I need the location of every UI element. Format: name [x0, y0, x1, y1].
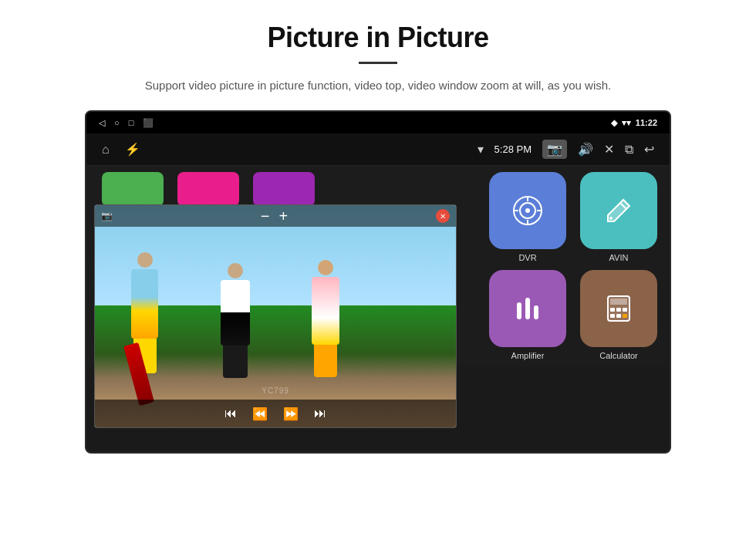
pip-minus-btn[interactable]: −: [261, 207, 270, 225]
watermark: YC799: [262, 386, 289, 395]
svg-point-2: [525, 208, 530, 213]
back-nav-icon[interactable]: ◁: [99, 118, 105, 128]
android-status-bar: ◁ ○ □ ⬛ ◆ ▾▾ 11:22: [86, 112, 670, 133]
right-app-grid: DVR AVIN: [477, 166, 670, 366]
calculator-app[interactable]: Calculator: [577, 270, 660, 360]
usb-icon[interactable]: ⚡: [125, 142, 140, 157]
wifi-nav-icon: ▾: [478, 142, 484, 157]
action-bar: ⌂ ⚡ ▾ 5:28 PM 📷 🔊 ✕ ⧉ ↩: [86, 133, 670, 166]
pip-controls-center: − +: [261, 207, 288, 225]
svg-rect-16: [610, 314, 615, 318]
svg-rect-15: [623, 308, 627, 312]
pip-plus-btn[interactable]: +: [279, 207, 289, 225]
calculator-icon[interactable]: [580, 270, 657, 347]
svg-rect-18: [623, 314, 627, 318]
forward-btn[interactable]: ⏭: [314, 406, 326, 420]
home-icon[interactable]: ⌂: [102, 143, 110, 157]
home-nav-icon[interactable]: ○: [114, 118, 120, 127]
nav-time: 5:28 PM: [494, 143, 532, 155]
rewind-btn[interactable]: ⏮: [224, 406, 237, 420]
next-btn[interactable]: ⏩: [283, 406, 299, 421]
calculator-label: Calculator: [599, 351, 638, 360]
netflix-icon-top[interactable]: [102, 172, 164, 207]
nav-left: ⌂ ⚡: [102, 142, 140, 157]
wheelkey-icon-top[interactable]: [253, 172, 315, 207]
pip-bottom-controls: ⏮ ⏪ ⏩ ⏭: [95, 400, 456, 427]
svg-rect-14: [616, 308, 621, 312]
svg-rect-12: [610, 299, 627, 305]
svg-rect-13: [610, 308, 615, 312]
amplifier-app[interactable]: Amplifier: [486, 270, 569, 360]
svg-rect-17: [616, 314, 621, 318]
dvr-app[interactable]: DVR: [486, 172, 569, 262]
dvr-label: DVR: [518, 253, 536, 262]
pip-camera-icon: 📷: [101, 211, 113, 221]
screenshot-icon[interactable]: ⬛: [143, 118, 154, 128]
content-area: 📷 − + ✕: [86, 166, 670, 366]
title-divider: [359, 62, 397, 64]
recent-nav-icon[interactable]: □: [129, 118, 134, 127]
page-subtitle: Support video picture in picture functio…: [145, 76, 611, 95]
avin-label: AVIN: [609, 253, 629, 262]
avin-icon[interactable]: [580, 172, 657, 249]
pip-top-bar: 📷 − + ✕: [95, 205, 456, 227]
pip-window[interactable]: 📷 − + ✕: [94, 204, 457, 428]
page-title: Picture in Picture: [267, 22, 488, 54]
svg-point-7: [609, 217, 613, 220]
status-bar-right: ◆ ▾▾ 11:22: [611, 118, 657, 128]
pip-icon[interactable]: ⧉: [625, 143, 633, 157]
page-container: Picture in Picture Support video picture…: [0, 0, 756, 533]
nav-right: ▾ 5:28 PM 📷 🔊 ✕ ⧉ ↩: [478, 140, 654, 159]
device-frame: ◁ ○ □ ⬛ ◆ ▾▾ 11:22 ⌂ ⚡ ▾ 5:28 PM 📷 🔊: [85, 110, 671, 454]
location-icon: ◆: [611, 118, 617, 128]
back-icon[interactable]: ↩: [644, 142, 654, 157]
pip-close-btn[interactable]: ✕: [436, 209, 450, 223]
status-bar-left: ◁ ○ □ ⬛: [99, 118, 154, 128]
camera-icon[interactable]: 📷: [542, 140, 567, 159]
dvr-icon[interactable]: [489, 172, 566, 249]
status-time: 11:22: [636, 118, 657, 127]
siriusxm-icon-top[interactable]: [177, 172, 239, 207]
main-content: 📷 − + ✕: [86, 166, 670, 366]
close-icon[interactable]: ✕: [604, 142, 614, 157]
svg-rect-9: [525, 298, 530, 319]
amplifier-icon[interactable]: [489, 270, 566, 347]
svg-rect-10: [534, 305, 538, 319]
left-side: 📷 − + ✕: [86, 166, 477, 366]
svg-rect-8: [517, 302, 521, 319]
wifi-icon: ▾▾: [622, 118, 631, 128]
amplifier-label: Amplifier: [511, 351, 545, 360]
prev-btn[interactable]: ⏪: [252, 406, 268, 421]
avin-app[interactable]: AVIN: [577, 172, 660, 262]
volume-icon[interactable]: 🔊: [578, 142, 593, 157]
